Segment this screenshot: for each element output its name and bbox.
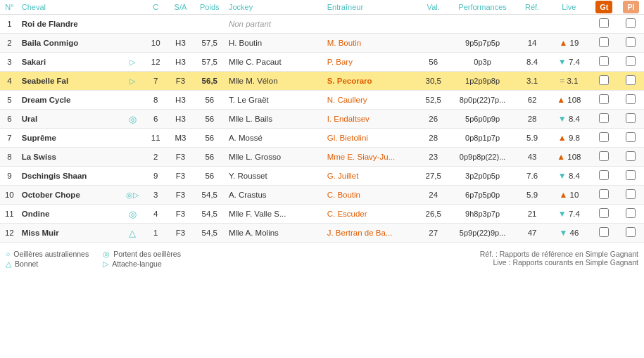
- gt-checkbox[interactable]: [599, 75, 609, 85]
- pl-checkbox-cell[interactable]: [618, 129, 644, 148]
- horse-sa: F3: [168, 167, 193, 186]
- pl-checkbox[interactable]: [626, 208, 636, 218]
- pl-checkbox[interactable]: [626, 170, 636, 180]
- header-horse: Cheval: [19, 0, 122, 15]
- jockey-name: Mlle A. Molins: [226, 224, 324, 243]
- horse-perf: 6p7p5p0p: [448, 186, 517, 205]
- horse-live: ▼ 7.4: [548, 53, 591, 72]
- horse-c: 1: [144, 224, 168, 243]
- jockey-name: Mlle L. Bails: [226, 110, 324, 129]
- header-perf: Performances: [448, 0, 517, 15]
- legend-label: Attache-langue: [112, 260, 162, 268]
- trainer-name: P. Bary: [324, 53, 419, 72]
- pl-checkbox-cell[interactable]: [618, 110, 644, 129]
- gt-checkbox-cell[interactable]: [591, 72, 618, 91]
- jockey-name: Mlle F. Valle S...: [226, 205, 324, 224]
- trainer-name: Mme E. Siavy-Ju...: [324, 148, 419, 167]
- legend-item: △Bonnet: [6, 260, 89, 268]
- pl-checkbox[interactable]: [626, 75, 636, 85]
- row-num: 11: [0, 205, 19, 224]
- horse-live: ▲ 9.8: [548, 129, 591, 148]
- gt-checkbox-cell[interactable]: [591, 148, 618, 167]
- pl-checkbox-cell[interactable]: [618, 148, 644, 167]
- bonnet-icon: △: [129, 228, 136, 238]
- gt-checkbox[interactable]: [599, 189, 609, 199]
- pl-checkbox[interactable]: [626, 227, 636, 237]
- pl-checkbox-cell[interactable]: [618, 167, 644, 186]
- trainer-name: I. Endaltsev: [324, 110, 419, 129]
- gt-checkbox[interactable]: [599, 151, 609, 161]
- pl-checkbox-cell[interactable]: [618, 186, 644, 205]
- gt-checkbox[interactable]: [599, 37, 609, 47]
- jockey-name: A. Crastus: [226, 186, 324, 205]
- header-ref: Réf.: [517, 0, 548, 15]
- gt-checkbox[interactable]: [599, 170, 609, 180]
- trend-down-icon: ▼: [559, 228, 567, 238]
- pl-checkbox[interactable]: [626, 113, 636, 123]
- trainer-name: M. Boutin: [324, 34, 419, 53]
- val-cell: 52,5: [418, 91, 448, 110]
- horse-ref: 21: [517, 205, 548, 224]
- pl-checkbox-cell[interactable]: [618, 72, 644, 91]
- horse-poids: 56,5: [194, 72, 226, 91]
- horse-perf: 5p6p0p9p: [448, 110, 517, 129]
- gt-checkbox-cell[interactable]: [591, 15, 618, 34]
- gt-checkbox-cell[interactable]: [591, 110, 618, 129]
- val-cell: 27,5: [418, 167, 448, 186]
- pl-checkbox[interactable]: [626, 56, 636, 66]
- gt-checkbox[interactable]: [599, 132, 609, 142]
- val-cell: 26: [418, 110, 448, 129]
- horse-perf: 0p9p8p(22)...: [448, 148, 517, 167]
- header-icon-spacer: [122, 0, 144, 15]
- gt-checkbox[interactable]: [599, 227, 609, 237]
- horse-perf: 0p3p: [448, 53, 517, 72]
- pl-checkbox-cell[interactable]: [618, 91, 644, 110]
- horse-c: 10: [144, 34, 168, 53]
- horse-perf: 1p2p9p8p: [448, 72, 517, 91]
- gt-checkbox-cell[interactable]: [591, 167, 618, 186]
- gt-checkbox[interactable]: [599, 113, 609, 123]
- horse-sa: H3: [168, 91, 193, 110]
- horse-live: ▼ 8.4: [548, 167, 591, 186]
- gt-checkbox[interactable]: [599, 94, 609, 104]
- header-pl: Pl: [618, 0, 644, 15]
- val-cell: 24: [418, 186, 448, 205]
- gt-checkbox-cell[interactable]: [591, 53, 618, 72]
- pl-checkbox[interactable]: [626, 132, 636, 142]
- horse-poids: 56: [194, 110, 226, 129]
- pl-checkbox-cell[interactable]: [618, 34, 644, 53]
- pl-checkbox[interactable]: [626, 94, 636, 104]
- legend-symbol: △: [6, 260, 11, 268]
- trend-down-icon: ▼: [558, 114, 567, 124]
- pl-checkbox[interactable]: [626, 151, 636, 161]
- gt-checkbox[interactable]: [599, 56, 609, 66]
- horse-live: ▲ 19: [548, 34, 591, 53]
- gt-checkbox[interactable]: [599, 18, 609, 28]
- pl-checkbox[interactable]: [626, 37, 636, 47]
- pl-checkbox[interactable]: [626, 18, 636, 28]
- val-cell: 56: [418, 53, 448, 72]
- horse-poids: 56: [194, 129, 226, 148]
- gt-checkbox-cell[interactable]: [591, 224, 618, 243]
- gt-checkbox-cell[interactable]: [591, 205, 618, 224]
- pl-checkbox[interactable]: [626, 189, 636, 199]
- pl-checkbox-cell[interactable]: [618, 224, 644, 243]
- gt-checkbox-cell[interactable]: [591, 129, 618, 148]
- horse-live: ▲ 10: [548, 186, 591, 205]
- horse-ref: 5.9: [517, 186, 548, 205]
- trainer-name: S. Pecoraro: [324, 72, 419, 91]
- gt-checkbox-cell[interactable]: [591, 186, 618, 205]
- trend-up-icon: ▲: [558, 133, 567, 143]
- horse-icon: △: [122, 224, 144, 243]
- trend-up-icon: ▲: [557, 152, 565, 162]
- pl-checkbox-cell[interactable]: [618, 53, 644, 72]
- jockey-name: T. Le Graët: [226, 91, 324, 110]
- pl-checkbox-cell[interactable]: [618, 15, 644, 34]
- gt-checkbox-cell[interactable]: [591, 91, 618, 110]
- gt-checkbox-cell[interactable]: [591, 34, 618, 53]
- gt-checkbox[interactable]: [599, 208, 609, 218]
- header-num: N°: [0, 0, 19, 15]
- trainer-name: C. Escuder: [324, 205, 419, 224]
- val-cell: 26,5: [418, 205, 448, 224]
- pl-checkbox-cell[interactable]: [618, 205, 644, 224]
